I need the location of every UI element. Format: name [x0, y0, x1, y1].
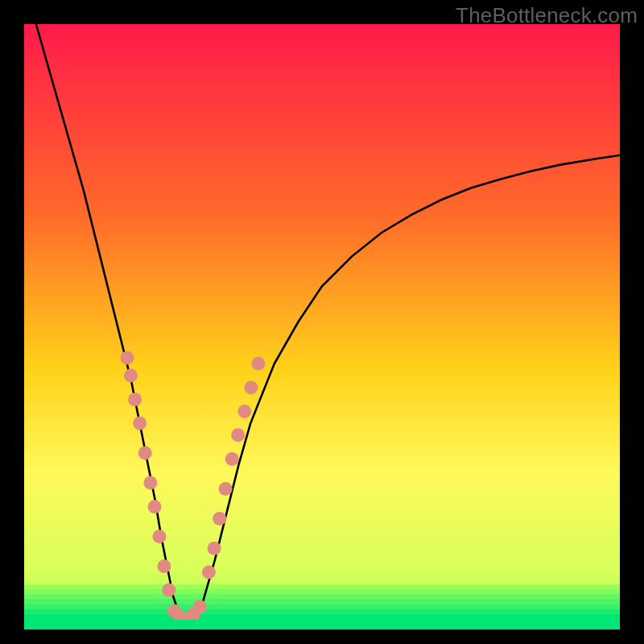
- dot-left-arm: [157, 559, 171, 573]
- scatter-valley: [167, 600, 207, 620]
- dot-right-arm: [225, 452, 239, 466]
- dot-left-arm: [148, 500, 162, 514]
- dot-right-arm: [202, 565, 216, 579]
- dot-left-arm: [143, 476, 157, 489]
- dot-left-arm: [128, 393, 142, 407]
- dot-right-arm: [231, 428, 245, 442]
- chart-frame: TheBottleneck.com: [0, 0, 644, 644]
- watermark-text: TheBottleneck.com: [456, 3, 638, 28]
- scatter-left-arm: [121, 351, 176, 597]
- dot-right-arm: [208, 542, 221, 555]
- dot-left-arm: [121, 351, 134, 365]
- dot-right-arm: [237, 405, 251, 419]
- dot-right-arm: [213, 512, 226, 526]
- dot-left-arm: [133, 416, 147, 430]
- dot-valley: [193, 600, 207, 613]
- dot-right-arm: [251, 357, 265, 370]
- dot-left-arm: [152, 530, 166, 543]
- curve-layer: [24, 24, 620, 620]
- dot-left-arm: [138, 446, 152, 460]
- dot-right-arm: [244, 381, 258, 394]
- dot-left-arm: [124, 369, 138, 382]
- scatter-right-arm: [202, 357, 265, 579]
- bottleneck-curve: [36, 24, 620, 620]
- dot-right-arm: [219, 482, 233, 496]
- dot-left-arm: [162, 584, 175, 597]
